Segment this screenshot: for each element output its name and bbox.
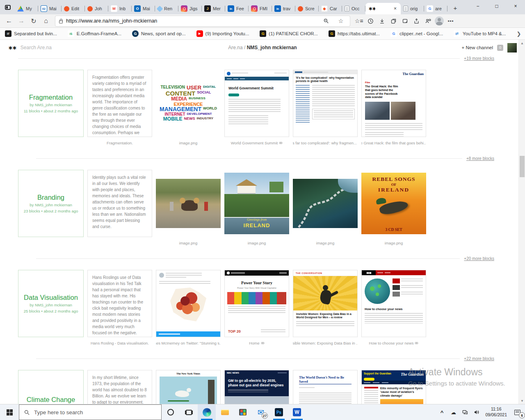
channel-card[interactable]: Brandingby NMS_john mckiernan23 blocks •… [18,170,84,237]
forward-button[interactable]: → [16,15,27,27]
block-thumbnail[interactable]: The Guardian Film The Great Hack: the fi… [361,70,426,137]
scrollbar-thumb[interactable] [520,156,525,177]
word-button[interactable]: W [288,404,306,420]
taskbar-clock[interactable]: 11:1609/06/2021 [483,406,509,418]
bookmark-item[interactable]: ▶(9) Importing Youtu... [196,30,249,37]
text-block[interactable]: Hans Roslings use of Data visualisation … [87,270,152,337]
block-thumbnail[interactable]: 'It's far too complicated': why fragment… [293,70,358,137]
channel-card[interactable]: Climate Change and the Media [18,370,84,404]
bookmark-item[interactable]: G(1) PATIENCE CHOR... [260,30,318,37]
bookmarks-overflow-chevron[interactable]: ❯ [516,31,521,37]
taskbar-search[interactable]: Type here to search [19,404,162,420]
notification-badge[interactable]: 0 [497,45,503,51]
browser-tab[interactable]: inFee [225,3,249,14]
tab-actions-button[interactable] [2,2,13,13]
scroll-down-arrow[interactable]: ▼ [519,397,525,404]
bookmark-item[interactable]: GNews, sport and op... [132,30,186,37]
back-button[interactable]: ← [3,15,15,27]
arena-logo[interactable]: ∗∗ [8,45,16,51]
block-thumbnail[interactable]: The World Doesn't Need to Be Saved [293,370,358,404]
bookmark-item[interactable]: iSE.Goffman-FrameA... [68,30,121,37]
mail-button[interactable]: ✉27 [252,404,270,420]
block-thumbnail[interactable]: World Government Summit [224,70,289,137]
cortana-button[interactable] [162,404,180,420]
add-favorite-icon[interactable]: ☆ [336,16,346,26]
block-caption[interactable]: How to choose your news [361,340,426,346]
share-icon[interactable] [411,16,422,26]
close-button[interactable]: × [506,0,525,12]
address-bar[interactable]: https://www.are.na/nms_john-mckiernan ☆ [55,16,350,27]
browser-tab[interactable]: intrav [272,3,295,14]
block-caption[interactable]: The Great Hack: the film that goes behi.… [361,140,426,146]
bookmark-item[interactable]: ⇄YouTube to MP4 &... [454,30,506,37]
block-thumbnail[interactable] [293,179,358,228]
refresh-button[interactable]: ↻ [28,15,39,27]
browser-tab[interactable]: Scre [295,3,319,14]
minimize-button[interactable]: − [468,0,487,12]
restore-button[interactable]: □ [487,0,506,12]
scroll-up-arrow[interactable]: ▲ [519,40,525,46]
block-thumbnail[interactable]: How to choose your news [361,270,426,337]
block-caption[interactable]: Home [224,340,289,346]
browser-tab[interactable]: JMer [202,3,225,14]
favorites-bar-icon[interactable]: ☆≡ [354,16,364,26]
history-icon[interactable] [365,16,376,26]
browser-tab[interactable]: ∗∗× [365,3,401,14]
arena-search-input[interactable]: Search Are.na [21,45,52,50]
browser-tab[interactable]: FMI [249,3,272,14]
bookmark-item[interactable]: Gclipper..net - Googl... [390,30,443,37]
tab-close-icon[interactable]: × [393,6,397,11]
block-thumbnail[interactable] [156,270,221,337]
block-thumbnail[interactable]: NBC NEWS GM to go all-electric by 2035, … [224,370,289,404]
bookmark-item[interactable]: ITSeparated but livin... [5,30,57,37]
text-block[interactable]: Fragmentation offers greater variety cat… [87,70,152,137]
new-channel-button[interactable]: + New channel [462,45,493,50]
task-view-button[interactable] [180,404,198,420]
more-blocks-link[interactable]: +19 more blocks [464,56,494,61]
url-text[interactable]: https://www.are.na/nms_john-mckiernan [66,18,317,24]
network-icon[interactable] [460,406,470,418]
file-explorer-button[interactable] [216,404,234,420]
page-scrollbar[interactable]: ▲ ▼ [518,40,525,404]
browser-tab[interactable]: orig [401,3,424,14]
bookmark-item[interactable]: Ghttps://tabs.ultimat... [329,30,380,37]
ms-store-button[interactable] [234,404,252,420]
taskbar-edge-button[interactable] [198,404,216,420]
zoom-out-icon[interactable] [321,16,331,26]
browser-tab[interactable]: Joh [85,3,108,14]
home-button[interactable]: ⌂ [40,15,52,27]
collections-icon[interactable] [388,16,399,26]
block-thumbnail[interactable]: The New York Times The Science of Climat… [156,370,221,404]
downloads-icon[interactable] [377,16,387,26]
browser-essentials-icon[interactable] [422,16,433,26]
web-capture-icon[interactable] [399,16,410,26]
browser-tab[interactable]: ◆Car [319,3,342,14]
block-caption[interactable]: World Government Summit [224,140,289,146]
block-thumbnail[interactable]: REBEL SONGS OF IRELAND 3 CD SET [361,173,426,234]
block-thumbnail[interactable]: Support the GuardianThe Guardian Elite m… [361,370,426,404]
more-blocks-link[interactable]: +22 more blocks [464,356,494,361]
browser-tab[interactable]: Jigs [178,3,202,14]
action-center-button[interactable]: 6 [511,406,523,418]
text-block[interactable]: In my short lifetime, since 1973, the po… [87,370,152,404]
more-blocks-link[interactable]: +20 more blocks [464,256,494,261]
browser-tab[interactable]: Gare [424,3,447,14]
browser-tab[interactable]: 02Mai [38,3,62,14]
browser-tab[interactable]: Occ [342,3,365,14]
browser-tab[interactable]: My [15,3,38,14]
volume-icon[interactable] [471,406,481,418]
settings-menu-icon[interactable]: ••• [445,16,456,26]
browser-tab[interactable]: MInb [108,3,132,14]
tray-chevron-icon[interactable]: ^ [437,406,447,418]
block-thumbnail[interactable] [156,179,221,228]
browser-tab[interactable]: Ren [155,3,178,14]
onedrive-cloud-icon[interactable]: ☁ [448,406,458,418]
user-avatar[interactable] [507,43,517,52]
more-blocks-link[interactable]: +8 more blocks [466,156,494,161]
channel-card[interactable]: Fragmentationby NMS_john mckiernan11 blo… [18,70,84,137]
block-thumbnail[interactable]: Power Your StoryPower Your Story With Vi… [224,270,289,337]
block-caption[interactable]: Invisible Women: Exposing Data Bias in .… [293,340,358,346]
start-button[interactable] [0,404,19,420]
text-block[interactable]: Identity plays such a vital role in all … [87,170,152,237]
profile-avatar[interactable] [434,16,445,26]
